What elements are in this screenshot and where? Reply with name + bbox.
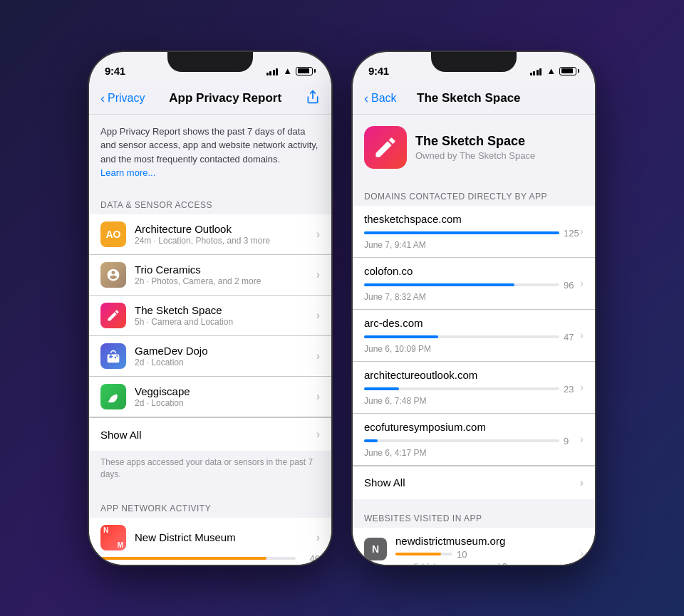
icon-m-right: M: [118, 541, 123, 549]
item-name-ao: Architecture Outlook: [135, 223, 316, 235]
list-item-trio[interactable]: Trio Ceramics 2h · Photos, Camera, and 2…: [89, 255, 331, 296]
domain-item-colofon[interactable]: colofon.co 96 June 7, 8:32 AM ›: [353, 258, 595, 310]
wifi-icon-left: ▲: [283, 66, 292, 76]
list-item-sketch[interactable]: The Sketch Space 5h · Camera and Locatio…: [89, 296, 331, 336]
chevron-gamedev: ›: [316, 350, 320, 362]
list-item-veggiscape[interactable]: Veggiscape 2d · Location ›: [89, 377, 331, 417]
item-info-sketch: The Sketch Space 5h · Camera and Locatio…: [135, 304, 316, 327]
section-header-domains: DOMAINS CONTACTED DIRECTLY BY APP: [353, 177, 595, 206]
domain-bar-row-archoutlook: 23: [364, 384, 584, 395]
ndm-top: N M New District Museum ›: [100, 525, 320, 550]
list-item-arch-outlook[interactable]: AO Architecture Outlook 24m · Location, …: [89, 214, 331, 255]
item-name-sketch: The Sketch Space: [135, 304, 316, 316]
share-button-left[interactable]: [306, 90, 320, 108]
item-info-ao: Architecture Outlook 24m · Location, Pho…: [135, 223, 316, 246]
websites-list: N newdistrictmuseum.org 10 newdistrictmu…: [353, 528, 595, 565]
battery-body-left: [296, 67, 313, 75]
domain-fill-sketch: [364, 231, 559, 234]
app-header-title: The Sketch Space: [415, 134, 535, 149]
battery-fill-left: [298, 68, 309, 73]
domain-track-sketch: [364, 231, 559, 234]
icon-veggiscape: [100, 384, 126, 409]
battery-tip-right: [578, 69, 579, 73]
chevron-domain-arcdes: ›: [580, 329, 584, 342]
domain-item-arcdes[interactable]: arc-des.com 47 June 6, 10:09 PM ›: [353, 310, 595, 362]
back-button-left[interactable]: ‹ Privacy: [100, 91, 145, 106]
item-name-veggiscape: Veggiscape: [135, 385, 316, 397]
domain-date-archoutlook: June 6, 7:48 PM: [364, 396, 584, 406]
app-header: The Sketch Space Owned by The Sketch Spa…: [353, 115, 595, 177]
chevron-domain-archoutlook: ›: [580, 381, 584, 394]
website-bar-row-ndm: 10: [395, 549, 571, 560]
signal-bar-2: [269, 71, 271, 75]
domain-fill-archoutlook: [364, 387, 399, 390]
sensor-apps-list: AO Architecture Outlook 24m · Location, …: [89, 214, 331, 451]
domains-list: thesketchspace.com 125 June 7, 9:41 AM ›…: [353, 206, 595, 499]
item-detail-sketch: 5h · Camera and Location: [135, 317, 316, 327]
chevron-website-ndm: ›: [580, 547, 584, 560]
signal-bars-left: [266, 67, 279, 75]
domain-name-arcdes: arc-des.com: [364, 317, 584, 329]
network-item-ndm[interactable]: N M New District Museum › 46: [89, 518, 331, 565]
ndm-bar-track: [100, 557, 296, 560]
website-name-ndm: newdistrictmuseum.org: [395, 535, 571, 547]
learn-more-link[interactable]: Learn more...: [100, 167, 155, 178]
right-screen: 9:41 ▲: [353, 52, 595, 565]
left-phone: 9:41 ▲: [89, 52, 331, 565]
website-item-ndm[interactable]: N newdistrictmuseum.org 10 newdistrictmu…: [353, 528, 595, 565]
chevron-domain-ecofuture: ›: [580, 433, 584, 446]
nav-bar-right: ‹ Back The Sketch Space: [353, 83, 595, 115]
right-content: The Sketch Space Owned by The Sketch Spa…: [353, 115, 595, 565]
domain-date-colofon: June 7, 8:32 AM: [364, 292, 584, 302]
domain-item-ecofuture[interactable]: ecofuturesymposium.com 9 June 6, 4:17 PM…: [353, 414, 595, 466]
chevron-show-all-sensor: ›: [316, 428, 320, 441]
back-arrow-right: ‹: [364, 91, 368, 106]
back-arrow-left: ‹: [100, 91, 105, 106]
battery-tip-left: [314, 69, 316, 73]
status-time-right: 9:41: [368, 65, 389, 77]
domain-item-archoutlook[interactable]: architectureoutlook.com 23 June 6, 7:48 …: [353, 362, 595, 414]
notch-right: [431, 52, 517, 72]
back-button-right[interactable]: ‹ Back: [364, 91, 397, 106]
section-header-network: APP NETWORK ACTIVITY: [89, 489, 331, 518]
domain-bar-row-colofon: 96: [364, 280, 584, 291]
show-all-sensor-button[interactable]: Show All ›: [89, 417, 331, 451]
item-detail-trio: 2h · Photos, Camera, and 2 more: [135, 276, 316, 286]
website-icon-ndm: N: [364, 538, 387, 560]
status-icons-left: ▲: [266, 66, 316, 76]
icon-ndm: N M: [100, 525, 126, 550]
item-detail-ao: 24m · Location, Photos, and 3 more: [135, 236, 316, 246]
show-all-domains-label: Show All: [364, 476, 405, 489]
domain-track-archoutlook: [364, 387, 559, 390]
left-content: App Privacy Report shows the past 7 days…: [89, 115, 331, 565]
app-header-info: The Sketch Space Owned by The Sketch Spa…: [415, 134, 535, 161]
domain-name-ecofuture: ecofuturesymposium.com: [364, 421, 584, 433]
footer-note: These apps accessed your data or sensors…: [89, 451, 331, 489]
website-bar-track-ndm: [395, 553, 452, 555]
description-block: App Privacy Report shows the past 7 days…: [89, 115, 331, 187]
domain-item-sketch[interactable]: thesketchspace.com 125 June 7, 9:41 AM ›: [353, 206, 595, 258]
signal-bar-r3: [537, 70, 539, 75]
item-name-trio: Trio Ceramics: [135, 263, 316, 276]
domain-fill-colofon: [364, 283, 514, 286]
domain-bar-row-sketch: 125: [364, 228, 584, 239]
chevron-trio: ›: [316, 268, 320, 281]
back-label-left: Privacy: [108, 92, 145, 105]
description-text: App Privacy Report shows the past 7 days…: [100, 126, 318, 165]
list-item-gamedev[interactable]: GameDev Dojo 2d · Location ›: [89, 336, 331, 377]
back-label-right: Back: [371, 92, 397, 105]
network-apps-list: N M New District Museum › 46: [89, 518, 331, 565]
item-detail-veggiscape: 2d · Location: [135, 398, 316, 408]
domain-date-ecofuture: June 6, 4:17 PM: [364, 448, 584, 458]
show-all-domains-button[interactable]: Show All ›: [353, 466, 595, 499]
website-info-ndm: newdistrictmuseum.org 10 newdistrictmuse…: [395, 535, 571, 565]
domain-date-arcdes: June 6, 10:09 PM: [364, 344, 584, 354]
item-info-gamedev: GameDev Dojo 2d · Location: [135, 345, 316, 367]
domain-track-arcdes: [364, 335, 559, 338]
website-bar-fill-ndm: [395, 553, 441, 555]
icon-label-ao: AO: [106, 229, 121, 240]
section-header-sensor: DATA & SENSOR ACCESS: [89, 186, 331, 214]
left-screen: 9:41 ▲: [89, 52, 331, 565]
signal-bar-r2: [533, 71, 535, 75]
ndm-bar-row: 46: [100, 553, 320, 564]
